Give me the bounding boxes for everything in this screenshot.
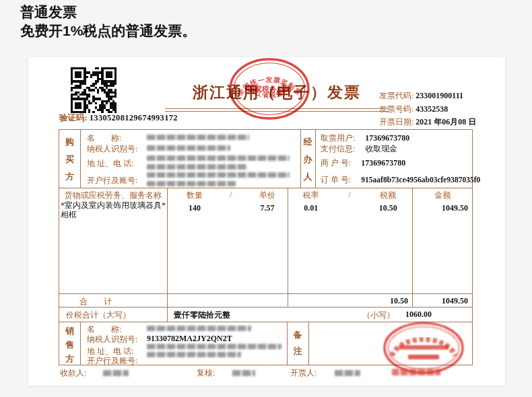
col-price: 单价	[249, 190, 286, 201]
item-qty-price: 140 7.57	[176, 203, 286, 213]
qr-code-icon	[71, 67, 117, 113]
agent-merchant-value: 17369673780	[361, 158, 405, 168]
invoice-number-row: 发票号码: 43352538	[379, 103, 476, 116]
col-qty: 数量	[176, 190, 213, 201]
invoice-number-label: 发票号码:	[379, 104, 413, 114]
spacer	[213, 203, 249, 213]
col-tax: 税额	[369, 190, 407, 201]
slash: /	[213, 190, 249, 201]
buyer-section: 名 称: 纳税人识别号: 地 址、电 话: 开户行及账号:	[85, 130, 299, 188]
drawer-label: 开票人:	[290, 367, 317, 379]
buyer-party-label: 购买方	[59, 133, 80, 186]
redacted-buyer-taxid	[147, 145, 230, 151]
redacted-buyer-bank-2	[147, 181, 236, 186]
redacted-seller-addr-1	[147, 344, 281, 349]
review-label: 复核:	[197, 367, 215, 379]
invoice-table: 购买方 名 称: 纳税人识别号: 地 址、电 话: 开户行及账号: 经办人 取票…	[59, 129, 473, 365]
redacted-stamp-smudge	[392, 369, 440, 375]
item-tax: 0.01 10.50	[292, 203, 407, 213]
redacted-buyer-bank-1	[147, 172, 290, 178]
agent-row: 支付信息: 收取现金	[321, 143, 397, 155]
agent-row: 取票用户: 17369673780	[321, 133, 409, 144]
buyer-addr-label: 地 址、电 话:	[87, 158, 133, 170]
agent-order-label: 订 单 号:	[321, 175, 351, 184]
agent-row: 商 户 号: 17369673780	[321, 157, 405, 169]
invoice-date-row: 开票日期: 2021 年06月08 日	[379, 116, 476, 129]
invoice-code-value: 233001900111	[415, 91, 463, 100]
col-header-amount: 金额	[412, 190, 473, 201]
total-label: 合 计	[79, 296, 160, 308]
seller-party-label: 销售方	[59, 324, 80, 366]
slash: /	[330, 190, 368, 201]
total-tax: 10.50	[288, 296, 408, 306]
seller-taxid-value: 91330782MA2JY2QN2T	[147, 334, 232, 344]
divider	[59, 188, 472, 188]
total-amount: 1049.50	[412, 296, 468, 306]
col-header-name: 货物或应税劳务、服务名称	[59, 190, 167, 201]
item-amount: 1049.50	[412, 203, 468, 213]
col-header-qty-price: 数量 / 单价	[176, 190, 286, 201]
invoice-number-value: 43352538	[415, 104, 448, 114]
buyer-bank-label: 开户行及账号:	[87, 175, 137, 186]
divider	[59, 293, 472, 294]
seller-seal-stamp	[382, 321, 465, 375]
seller-taxid-label: 纳税人识别号:	[87, 334, 137, 345]
redacted-seller-addr-2	[147, 352, 241, 357]
agent-user-value: 17369673780	[365, 133, 409, 143]
agent-merchant-label: 商 户 号:	[321, 158, 351, 168]
verify-code: 验证码: 13305208129674993172	[59, 112, 178, 124]
agent-payinfo-value: 收取现金	[365, 144, 397, 153]
sum-label: 价税合计（大写）	[66, 310, 131, 321]
redacted-drawer	[335, 370, 360, 376]
redacted-buyer-addr-1	[147, 155, 290, 161]
item-qty: 140	[176, 203, 213, 213]
seller-bank-label: 开户行及账号:	[87, 355, 137, 367]
buyer-taxid-label: 纳税人识别号:	[87, 143, 137, 155]
seller-section: 名 称: 纳税人识别号: 91330782MA2JY2QN2T 地 址、电 话:…	[85, 322, 286, 365]
invoice-code-label: 发票代码:	[379, 91, 413, 100]
invoice-code-row: 发票代码: 233001900111	[379, 89, 476, 103]
agent-party-label: 经办人	[300, 133, 315, 186]
redacted-buyer-addr-2	[147, 164, 248, 170]
agent-payinfo-label: 支付信息:	[321, 144, 355, 153]
agent-order-value: 915aaf8b73ce4956ab03cfe9387035f0	[361, 176, 480, 184]
col-taxrate: 税率	[292, 190, 330, 201]
divider	[308, 322, 309, 365]
agent-user-label: 取票用户:	[321, 133, 355, 143]
tax-supervision-stamp: 全国统一发票监制章 国家税务总局 浙江省税务局	[228, 57, 311, 120]
invoice-date-label: 开票日期:	[379, 117, 413, 127]
divider	[167, 188, 168, 322]
sum-small-label: （小写）	[362, 310, 395, 321]
divider	[315, 130, 316, 188]
sum-value: 1060.00	[405, 310, 432, 320]
item-name: *室内及室内装饰用玻璃器具*相框	[61, 201, 166, 219]
divider	[80, 322, 81, 365]
divider	[80, 130, 81, 188]
redacted-payee	[103, 370, 129, 376]
divider	[288, 188, 288, 307]
col-header-tax: 税率 / 税额	[292, 190, 407, 201]
remark-party-label: 备注	[287, 327, 308, 359]
invoice-date-value: 2021 年06月08 日	[415, 117, 476, 127]
redacted-review	[232, 370, 255, 376]
spacer	[330, 203, 368, 213]
item-taxamt: 10.50	[369, 203, 407, 213]
redacted-seller-name	[147, 326, 251, 331]
payee-label: 收款人:	[60, 367, 86, 379]
page-subtitle: 免费开1%税点的普通发票。	[20, 22, 196, 40]
buyer-name-label: 名 称:	[87, 133, 121, 144]
invoice-meta: 发票代码: 233001900111 发票号码: 43352538 开票日期: …	[379, 89, 476, 129]
agent-section: 取票用户: 17369673780 支付信息: 收取现金 商 户 号: 1736…	[321, 130, 473, 188]
item-taxrate: 0.01	[292, 203, 330, 213]
sum-words: 壹仟零陆拾元整	[174, 310, 230, 321]
agent-row: 订 单 号: 915aaf8b73ce4956ab03cfe9387035f0	[321, 174, 480, 186]
verify-code-value: 13305208129674993172	[90, 113, 178, 122]
invoice-card: 验证码: 13305208129674993172 浙江通用（电子）发票 全国统…	[28, 57, 505, 386]
page-heading: 普通发票 免费开1%税点的普通发票。	[20, 3, 196, 40]
redacted-buyer-name	[147, 135, 249, 140]
verify-code-label: 验证码:	[59, 113, 88, 122]
page-title: 普通发票	[20, 3, 196, 22]
item-price: 7.57	[249, 203, 286, 213]
